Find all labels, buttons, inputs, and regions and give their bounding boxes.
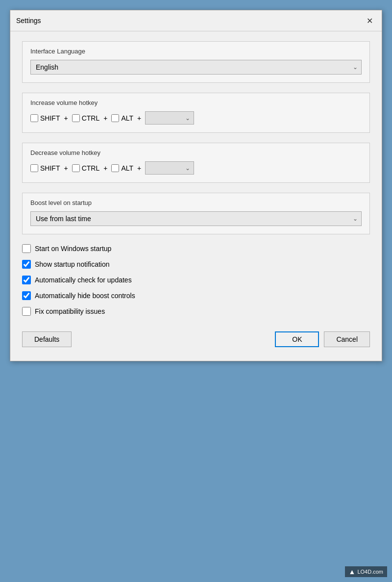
checkboxes-section: Start on Windows startup Show startup no…	[22, 244, 370, 316]
watermark-icon: ▲	[349, 568, 356, 576]
increase-ctrl-item: CTRL	[72, 114, 100, 122]
decrease-alt-item: ALT	[111, 164, 133, 172]
increase-ctrl-checkbox[interactable]	[72, 114, 80, 122]
fix-compatibility-checkbox[interactable]	[22, 307, 31, 316]
decrease-hotkey-row: SHIFT + CTRL + ALT + ⌄	[30, 161, 362, 175]
decrease-plus-1: +	[64, 164, 68, 172]
close-button[interactable]: ✕	[363, 14, 376, 27]
ok-button[interactable]: OK	[275, 331, 319, 347]
decrease-ctrl-item: CTRL	[72, 164, 100, 172]
decrease-alt-label: ALT	[121, 164, 133, 172]
auto-hide-boost-label: Automatically hide boost controls	[35, 292, 135, 300]
cancel-button[interactable]: Cancel	[324, 331, 370, 347]
checkbox-row-show-notification: Show startup notification	[22, 260, 370, 269]
increase-ctrl-label: CTRL	[82, 114, 100, 122]
increase-key-select-wrapper: ⌄	[145, 111, 194, 125]
decrease-key-select[interactable]	[145, 161, 194, 175]
language-select-wrapper: English German French Spanish Russian ⌄	[30, 60, 362, 75]
defaults-button[interactable]: Defaults	[22, 331, 72, 347]
decrease-key-select-wrapper: ⌄	[145, 161, 194, 175]
fix-compatibility-label: Fix compatibility issues	[35, 307, 105, 315]
dialog-content: Interface Language English German French…	[10, 31, 382, 361]
language-label: Interface Language	[30, 48, 362, 55]
decrease-shift-item: SHIFT	[30, 164, 60, 172]
auto-check-updates-label: Automatically check for updates	[35, 276, 132, 284]
increase-alt-label: ALT	[121, 114, 133, 122]
decrease-plus-3: +	[137, 164, 141, 172]
increase-key-select[interactable]	[145, 111, 194, 125]
title-bar: Settings ✕	[10, 10, 382, 31]
increase-hotkey-row: SHIFT + CTRL + ALT + ⌄	[30, 111, 362, 125]
watermark-text: LO4D.com	[357, 569, 383, 575]
boost-level-label: Boost level on startup	[30, 199, 362, 206]
language-select[interactable]: English German French Spanish Russian	[30, 60, 362, 75]
checkbox-row-start-windows: Start on Windows startup	[22, 244, 370, 253]
increase-shift-checkbox[interactable]	[30, 114, 38, 122]
decrease-plus-2: +	[103, 164, 107, 172]
boost-level-section: Boost level on startup Use from last tim…	[22, 193, 370, 234]
dialog-title: Settings	[16, 17, 41, 25]
increase-plus-2: +	[103, 114, 107, 122]
decrease-hotkey-section: Decrease volume hotkey SHIFT + CTRL + AL…	[22, 143, 370, 183]
decrease-shift-label: SHIFT	[40, 164, 60, 172]
checkbox-row-auto-hide-boost: Automatically hide boost controls	[22, 291, 370, 300]
checkbox-row-auto-check-updates: Automatically check for updates	[22, 276, 370, 284]
start-windows-label: Start on Windows startup	[35, 245, 111, 253]
decrease-ctrl-checkbox[interactable]	[72, 164, 80, 172]
decrease-alt-checkbox[interactable]	[111, 164, 119, 172]
checkbox-row-fix-compatibility: Fix compatibility issues	[22, 307, 370, 316]
decrease-shift-checkbox[interactable]	[30, 164, 38, 172]
increase-alt-item: ALT	[111, 114, 133, 122]
boost-level-select-wrapper: Use from last time 0% 25% 50% 75% 100% ⌄	[30, 211, 362, 226]
increase-hotkey-section: Increase volume hotkey SHIFT + CTRL + AL…	[22, 93, 370, 133]
auto-hide-boost-checkbox[interactable]	[22, 291, 31, 300]
increase-plus-3: +	[137, 114, 141, 122]
auto-check-updates-checkbox[interactable]	[22, 276, 31, 284]
increase-shift-item: SHIFT	[30, 114, 60, 122]
increase-plus-1: +	[64, 114, 68, 122]
footer-buttons: Defaults OK Cancel	[22, 326, 370, 351]
show-notification-checkbox[interactable]	[22, 260, 31, 269]
footer-right-buttons: OK Cancel	[275, 331, 370, 347]
increase-shift-label: SHIFT	[40, 114, 60, 122]
boost-level-select[interactable]: Use from last time 0% 25% 50% 75% 100%	[30, 211, 362, 226]
increase-alt-checkbox[interactable]	[111, 114, 119, 122]
decrease-ctrl-label: CTRL	[82, 164, 100, 172]
language-section: Interface Language English German French…	[22, 41, 370, 83]
watermark: ▲ LO4D.com	[345, 566, 387, 577]
increase-hotkey-label: Increase volume hotkey	[30, 99, 362, 106]
start-windows-checkbox[interactable]	[22, 244, 31, 253]
settings-dialog: Settings ✕ Interface Language English Ge…	[10, 10, 382, 361]
show-notification-label: Show startup notification	[35, 260, 110, 268]
decrease-hotkey-label: Decrease volume hotkey	[30, 149, 362, 156]
